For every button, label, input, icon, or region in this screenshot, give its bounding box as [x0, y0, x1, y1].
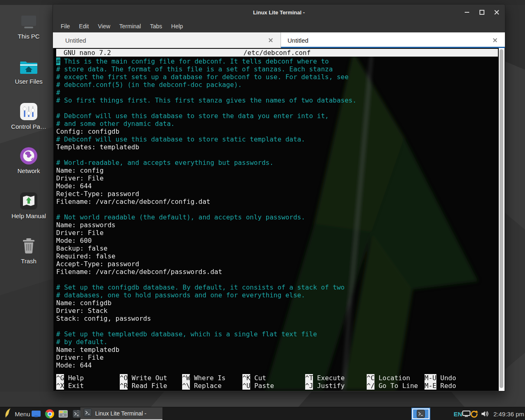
shortcut-write-out: ^O Write Out	[120, 374, 167, 382]
desktop-icon-label: Help Manual	[0, 212, 57, 219]
desktop-icon-control-panel[interactable]: Control Pa…	[0, 101, 57, 130]
desktop-icon-art	[0, 235, 57, 255]
terminal-pane[interactable]: /etc/debconf.conf GNU nano 7.2 # This is…	[53, 48, 504, 391]
desktop-icon-trash[interactable]: Trash	[0, 235, 57, 265]
terminal-scrollbar[interactable]	[499, 48, 504, 391]
keyboard-layout-indicator[interactable]: EN	[454, 407, 462, 420]
nano-buffer-line	[56, 276, 498, 283]
tab-bar: UntitledUntitled	[53, 32, 505, 48]
network-globe-icon	[20, 147, 38, 165]
terminal-icon	[73, 410, 81, 418]
shortcut-key: ^C	[367, 374, 374, 382]
shortcut-justify: ^J Justify	[305, 382, 345, 390]
tab-label: Untitled	[53, 37, 86, 44]
launcher-chrome[interactable]	[45, 409, 55, 419]
show-desktop-icon	[31, 410, 41, 418]
desktop-icon-network[interactable]: Network	[0, 145, 57, 174]
menu-item-edit[interactable]: Edit	[75, 21, 94, 31]
menu-bar: FileEditViewTerminalTabsHelp	[53, 20, 505, 32]
shortcut-column: M-U UndoM-E Redo	[425, 374, 456, 390]
lite-feather-icon	[4, 408, 11, 418]
desktop-icon-user-files[interactable]: User Files	[0, 56, 57, 85]
shortcut-undo: M-U Undo	[425, 374, 456, 382]
nano-buffer-line: Driver: File	[56, 354, 498, 361]
nano-buffer-line: # Set up the configdb database. By defau…	[56, 283, 498, 291]
help-manual-icon	[20, 192, 38, 210]
scrollbar-thumb[interactable]	[500, 49, 503, 388]
nano-buffer-line: Name: config	[56, 167, 498, 174]
shortcut-key: ^J	[305, 382, 313, 390]
menu-item-tabs[interactable]: Tabs	[146, 21, 167, 31]
tab-close-icon[interactable]	[493, 38, 498, 43]
nano-buffer-line: # except the first sets up a database fo…	[56, 73, 498, 81]
shortcut-location: ^C Location	[367, 374, 418, 382]
nano-buffer-line: # databases, one to hold passwords and o…	[56, 291, 498, 299]
nano-buffer-line: # and some other dynamic data.	[56, 120, 498, 128]
nano-buffer-line: Name: passwords	[56, 221, 498, 229]
terminal-window: Linux Lite Terminal - FileEditViewTermin…	[52, 4, 505, 392]
shortcut-key: M-E	[425, 382, 436, 390]
shortcut-key: ^X	[56, 382, 64, 390]
minimize-button[interactable]	[464, 9, 470, 16]
window-titlebar[interactable]: Linux Lite Terminal -	[53, 5, 505, 20]
shortcut-key: ^/	[367, 382, 374, 390]
shortcut-execute: ^T Execute	[305, 374, 345, 382]
shortcut-key: ^\	[182, 382, 190, 390]
nano-buffer-line: Driver: File	[56, 229, 498, 237]
clock[interactable]: 2:49:36 pm	[493, 407, 524, 420]
launcher-file-manager[interactable]	[58, 409, 68, 419]
desktop-icon-help-manual[interactable]: Help Manual	[0, 190, 57, 219]
control-panel-icon	[20, 103, 38, 121]
maximize-button[interactable]	[479, 9, 485, 16]
nano-shortcut-bar: ^G Help^X Exit^O Write Out^R Read File^W…	[56, 374, 498, 390]
desktop-icon-art	[0, 11, 57, 30]
nano-buffer-line: Filename: /var/cache/debconf/config.dat	[56, 198, 498, 205]
nano-buffer-line: # World-readable, and accepts everything…	[56, 159, 498, 167]
display-icon	[462, 411, 470, 417]
terminal-icon	[84, 409, 92, 417]
menu-item-file[interactable]: File	[56, 21, 75, 31]
shortcut-column: ^K Cut^U Paste	[242, 374, 274, 390]
menu-item-terminal[interactable]: Terminal	[115, 21, 146, 31]
menu-item-help[interactable]: Help	[167, 21, 187, 31]
nano-buffer-line: # Debconf will use this database to stor…	[56, 135, 498, 143]
task-button-terminal[interactable]: Linux Lite Terminal -	[80, 407, 162, 420]
launcher-show-desktop[interactable]	[31, 409, 41, 419]
file-manager-icon	[58, 410, 68, 418]
nano-buffer-line: # debconf.conf(5) (in the debconf-doc pa…	[56, 81, 498, 89]
tab-label: Untitled	[281, 37, 308, 44]
menu-button[interactable]: Menu	[2, 407, 33, 420]
menu-item-view[interactable]: View	[94, 21, 115, 31]
volume-icon	[481, 411, 489, 417]
nano-buffer-line: Name: templatedb	[56, 346, 498, 354]
terminal-tab-1[interactable]: Untitled	[53, 32, 281, 48]
desktop-icon-art	[0, 56, 57, 75]
tab-close-icon[interactable]	[268, 38, 273, 43]
tray-updates[interactable]	[470, 407, 478, 420]
shortcut-key: ^K	[242, 374, 250, 382]
folder-home-icon	[19, 59, 39, 75]
shortcut-cut: ^K Cut	[242, 374, 274, 382]
nano-buffer-line: Accept-Type: password	[56, 260, 498, 268]
desktop-icon-label: User Files	[0, 78, 57, 85]
shortcut-column: ^C Location^/ Go To Line	[367, 374, 418, 390]
terminal-icon	[417, 410, 425, 418]
computer-icon	[19, 14, 39, 30]
nano-buffer-line: # Set up the templatedb database, which …	[56, 330, 498, 338]
tray-volume[interactable]	[481, 407, 489, 420]
nano-buffer-line: Backup: false	[56, 244, 498, 252]
panel-handle	[77, 410, 79, 418]
desktop-icon-label: Trash	[0, 258, 57, 265]
task-button-label: Linux Lite Terminal -	[95, 410, 146, 417]
shortcut-key: M-U	[425, 374, 436, 382]
nano-buffer-line: Name: configdb	[56, 299, 498, 307]
nano-buffer-line: Required: false	[56, 252, 498, 260]
desktop: This PCUser FilesControl Pa…NetworkHelp …	[0, 0, 525, 420]
close-button[interactable]	[493, 9, 500, 16]
tray-display[interactable]	[462, 407, 470, 420]
tray-window-preview[interactable]	[411, 408, 430, 420]
shortcut-redo: M-E Redo	[425, 382, 456, 390]
terminal-tab-2-active[interactable]: Untitled	[281, 32, 505, 48]
desktop-icon-art	[0, 101, 57, 121]
desktop-icon-this-pc[interactable]: This PC	[0, 11, 57, 40]
